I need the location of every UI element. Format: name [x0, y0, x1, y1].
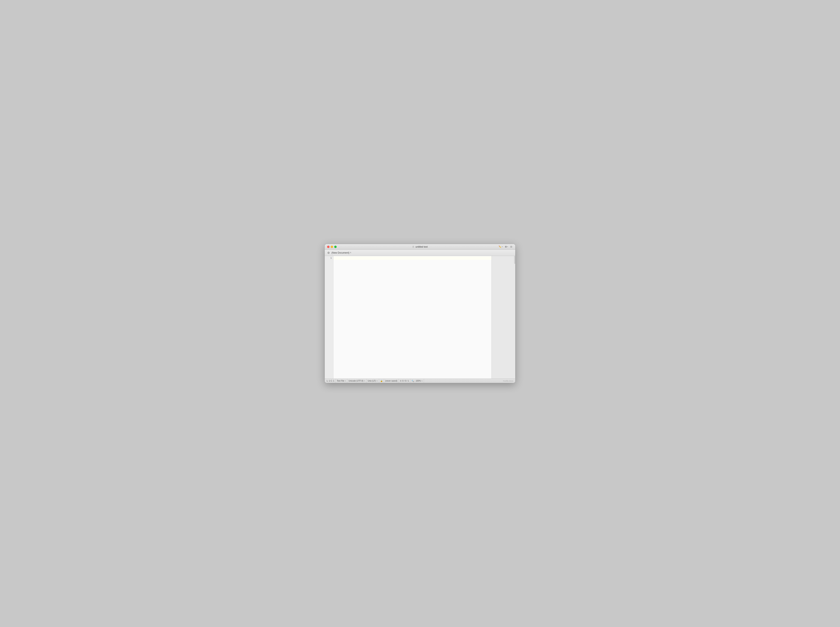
document-name-label: (New Document) — [331, 251, 349, 254]
minimap-scrollbar[interactable] — [514, 256, 515, 378]
encoding-label: Unicode (UTF-8) — [348, 380, 363, 382]
save-status-item: (never saved) — [384, 379, 399, 383]
titlebar: 🗒 untitled text ✏️ ▾ ⊞ ▾ ⊡ — [325, 244, 515, 250]
lock-icon: 🔒 — [380, 380, 383, 382]
layers-button[interactable]: ⊞ ▾ — [504, 245, 509, 249]
line-ending-chevron-icon: ⇅ — [377, 380, 378, 382]
minimize-button[interactable] — [331, 246, 333, 248]
panfile-store-label: Panfile.Store — [503, 380, 513, 382]
pen-icon: ✏️ — [499, 246, 501, 248]
window-title: untitled text — [415, 246, 427, 248]
statusbar: L: 1 C: 1 Text File ⇅ Unicode (UTF-8) ⇅ … — [325, 378, 515, 383]
document-name-chevron-icon: ⇅ — [350, 252, 351, 254]
file-type-item[interactable]: Text File ⇅ — [336, 379, 347, 383]
file-type-label: Text File — [337, 380, 344, 382]
layers-chevron-icon: ▾ — [507, 246, 508, 247]
line-number-1: 1 — [330, 256, 332, 260]
pen-button[interactable]: ✏️ ▾ — [498, 245, 503, 249]
pen-chevron-icon: ▾ — [502, 246, 503, 247]
layers-icon: ⊞ — [505, 246, 507, 248]
document-name-button[interactable]: (New Document) ⇅ — [331, 251, 351, 254]
traffic-lights — [327, 246, 337, 248]
search-zoom-item[interactable]: 🔍 - 100% ⇅ — [410, 379, 424, 383]
titlebar-actions: ✏️ ▾ ⊞ ▾ ⊡ — [498, 245, 513, 249]
minimap-panel — [492, 256, 515, 378]
minimap-thumb — [514, 256, 515, 264]
toolbar: ⚙ (New Document) ⇅ — [325, 250, 515, 256]
save-status-label: (never saved) — [385, 380, 397, 382]
zoom-chevron-icon: ⇅ — [421, 380, 422, 382]
encoding-chevron-icon: ⇅ — [364, 380, 365, 382]
cursor-position-label: L: 1 C: 1 — [327, 380, 334, 382]
file-doc-icon: 🗒 — [400, 380, 402, 382]
file-type-chevron-icon: ⇅ — [345, 380, 346, 382]
file-info-label: 0 / 0 / 1 — [402, 380, 409, 382]
zoom-separator: - — [414, 380, 415, 382]
expand-icon: ⊡ — [510, 246, 512, 248]
close-button[interactable] — [327, 246, 329, 248]
search-icon: 🔍 — [411, 380, 414, 382]
editor-wrapper — [334, 256, 492, 378]
main-area: 1 — [325, 256, 515, 378]
editor-textarea[interactable] — [334, 256, 492, 378]
main-window: 🗒 untitled text ✏️ ▾ ⊞ ▾ ⊡ ⚙ (New Docume… — [325, 244, 515, 383]
maximize-button[interactable] — [334, 246, 337, 248]
encoding-item[interactable]: Unicode (UTF-8) ⇅ — [347, 379, 366, 383]
expand-button[interactable]: ⊡ — [509, 245, 513, 249]
line-ending-item[interactable]: Unix (LF) ⇅ — [367, 379, 379, 383]
line-numbers-gutter: 1 — [325, 256, 334, 378]
file-info-item: 🗒 0 / 0 / 1 — [399, 379, 410, 383]
document-icon: 🗒 — [412, 246, 414, 248]
zoom-level-label: 100% — [416, 380, 421, 382]
line-ending-label: Unix (LF) — [368, 380, 376, 382]
lock-item[interactable]: 🔒 — [379, 379, 384, 383]
gear-button[interactable]: ⚙ — [327, 251, 330, 255]
gear-icon: ⚙ — [327, 251, 330, 254]
window-title-group: 🗒 untitled text — [412, 246, 427, 248]
cursor-position-item[interactable]: L: 1 C: 1 — [327, 379, 336, 383]
